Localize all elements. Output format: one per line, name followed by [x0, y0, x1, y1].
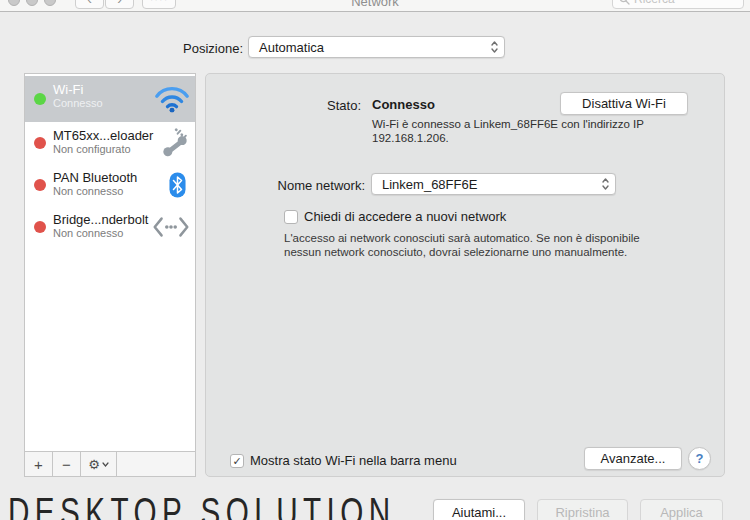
remove-service-button[interactable]: −	[53, 452, 81, 476]
sidebar-item-wifi[interactable]: Wi-Fi Connesso	[25, 76, 195, 122]
sidebar-item-pan-bluetooth[interactable]: PAN Bluetooth Non connesso	[25, 164, 195, 206]
status-label: Stato:	[206, 98, 361, 113]
wifi-icon	[154, 86, 190, 113]
chevron-down-icon	[102, 462, 109, 467]
network-name-dropdown[interactable]: Linkem_68FF6E	[371, 173, 616, 195]
services-sidebar: Wi-Fi Connesso MT65xx...eloader Non conf…	[24, 73, 196, 477]
action-menu-button[interactable]: ⚙	[81, 452, 117, 476]
show-wifi-in-menubar-checkbox[interactable]: ✓	[230, 454, 244, 468]
location-dropdown[interactable]: Automatica	[248, 36, 505, 58]
sidebar-footer: + − ⚙	[25, 451, 195, 476]
sidebar-item-mt65xx-preloader[interactable]: MT65xx...eloader Non configurato	[25, 122, 195, 164]
add-service-button[interactable]: +	[25, 452, 53, 476]
sidebar-item-bridge-thunderbolt[interactable]: Bridge...nderbolt Non connesso	[25, 206, 195, 248]
bridge-icon	[152, 217, 190, 238]
status-dot	[34, 93, 46, 105]
ask-to-join-label: Chiedi di accedere a nuovi network	[304, 209, 506, 224]
wifi-settings-panel: Stato: Connesso Disattiva Wi-Fi Wi-Fi è …	[205, 73, 725, 477]
search-icon	[619, 0, 630, 5]
search-input[interactable]: Ricerca	[612, 0, 744, 9]
location-value: Automatica	[259, 40, 324, 55]
location-label: Posizione:	[0, 41, 243, 56]
window-titlebar: ‹ › ···· Network Ricerca	[0, 0, 750, 12]
assist-me-button[interactable]: Aiutami...	[433, 499, 525, 520]
status-description: Wi-Fi è connesso a Linkem_68FF6E con l'i…	[372, 117, 644, 145]
apply-button: Applica	[640, 499, 723, 520]
sidebar-item-icon	[154, 86, 190, 113]
desktop-watermark-text: DESKTOP SOLUTION	[8, 490, 396, 520]
gear-icon: ⚙	[88, 457, 100, 472]
turn-wifi-off-button[interactable]: Disattiva Wi-Fi	[560, 92, 688, 115]
network-name-value: Linkem_68FF6E	[382, 177, 477, 192]
revert-button: Ripristina	[537, 499, 628, 520]
sidebar-list: Wi-Fi Connesso MT65xx...eloader Non conf…	[25, 74, 195, 451]
sidebar-item-icon	[152, 217, 190, 238]
chevron-up-down-icon	[490, 40, 499, 54]
status-dot	[34, 137, 46, 149]
help-button[interactable]: ?	[688, 447, 711, 470]
status-dot	[34, 221, 46, 233]
bluetooth-icon	[165, 171, 190, 200]
chevron-up-down-icon	[601, 177, 610, 191]
phone-icon	[160, 128, 190, 158]
advanced-button[interactable]: Avanzate...	[584, 447, 682, 470]
sidebar-item-icon	[160, 128, 190, 158]
status-value: Connesso	[372, 97, 435, 112]
search-placeholder: Ricerca	[634, 0, 675, 6]
ask-to-join-help-text: L'accesso ai network conosciuti sarà aut…	[284, 231, 640, 259]
network-name-label: Nome network:	[206, 178, 365, 193]
sidebar-item-icon	[165, 171, 190, 200]
show-wifi-in-menubar-label: Mostra stato Wi-Fi nella barra menu	[250, 453, 457, 468]
ask-to-join-checkbox[interactable]	[284, 210, 298, 224]
status-dot	[34, 179, 46, 191]
